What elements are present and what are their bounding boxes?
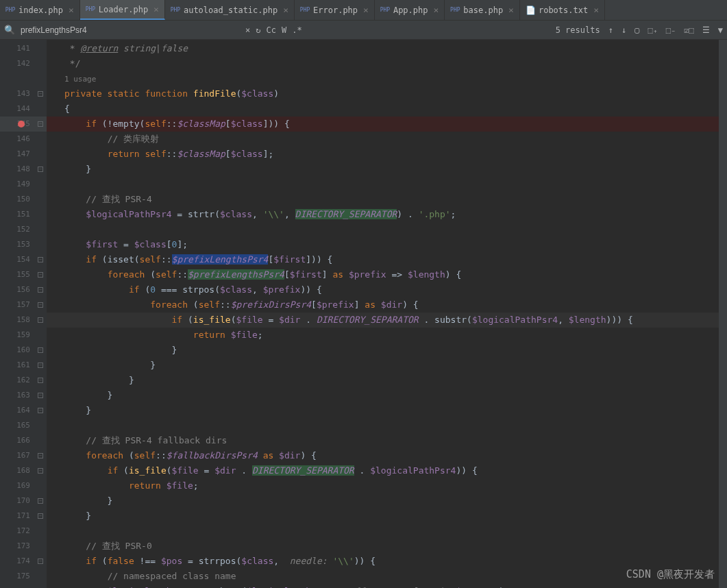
fold-icon[interactable]: − <box>38 347 43 353</box>
select-occurrences-icon[interactable]: ☑⬚ <box>684 25 693 35</box>
fold-icon[interactable]: − <box>38 513 43 519</box>
history-icon[interactable]: ↻ <box>256 25 260 35</box>
tab-autoload[interactable]: PHPautoload_static.php× <box>165 0 295 20</box>
fold-icon[interactable]: − <box>38 498 43 504</box>
results-count: 5 results <box>556 25 600 35</box>
close-icon[interactable]: × <box>153 4 159 14</box>
fold-icon[interactable]: − <box>38 363 43 368</box>
fold-icon[interactable]: − <box>38 302 43 308</box>
search-input[interactable] <box>21 25 240 35</box>
php-icon: PHP <box>380 5 390 15</box>
fold-icon[interactable]: − <box>38 317 43 323</box>
close-icon[interactable]: × <box>433 5 439 15</box>
fold-icon[interactable]: − <box>38 121 43 127</box>
tab-loader[interactable]: PHPLoader.php× <box>80 0 165 20</box>
next-match-icon[interactable]: ↓ <box>621 25 626 35</box>
php-icon: PHP <box>86 5 95 14</box>
editor: 141 142 143− 144 145− 146 147 148− 149 1… <box>0 40 727 588</box>
filter-icon[interactable]: ▼ <box>718 25 723 35</box>
settings-icon[interactable]: ☰ <box>702 25 710 35</box>
code-area[interactable]: * @return string|false */ 1 usage privat… <box>47 40 719 588</box>
tab-app[interactable]: PHPApp.php× <box>375 0 445 20</box>
tab-robots[interactable]: 📄robots.txt× <box>520 0 605 20</box>
fold-icon[interactable]: − <box>38 453 43 458</box>
remove-selection-icon[interactable]: ⬚₋ <box>666 25 676 35</box>
fold-icon[interactable]: − <box>38 257 43 262</box>
php-icon: PHP <box>450 5 460 15</box>
close-search-icon[interactable]: × <box>245 25 250 35</box>
close-icon[interactable]: × <box>69 5 74 15</box>
php-icon: PHP <box>300 5 310 15</box>
fold-icon[interactable]: − <box>38 408 43 413</box>
add-selection-icon[interactable]: ⬚₊ <box>648 25 657 35</box>
close-icon[interactable]: × <box>283 5 288 15</box>
tab-index[interactable]: PHPindex.php× <box>0 0 80 20</box>
search-bar: 🔍 × ↻ Cc W .* 5 results ↑ ↓ ▢ ⬚₊ ⬚₋ ☑⬚ ☰… <box>0 21 727 40</box>
tabs-bar: PHPindex.php× PHPLoader.php× PHPautoload… <box>0 0 727 21</box>
close-icon[interactable]: × <box>593 5 599 15</box>
php-icon: PHP <box>171 5 180 15</box>
fold-icon[interactable]: − <box>38 378 43 383</box>
fold-icon[interactable]: − <box>38 287 43 293</box>
select-all-icon[interactable]: ▢ <box>634 25 639 35</box>
fold-icon[interactable]: − <box>38 393 43 398</box>
tab-error[interactable]: PHPError.php× <box>295 0 375 20</box>
php-icon: PHP <box>5 5 15 15</box>
fold-icon[interactable]: − <box>38 468 43 474</box>
match-case-button[interactable]: Cc <box>266 25 275 35</box>
fold-icon[interactable]: − <box>38 91 43 97</box>
gutter[interactable]: 141 142 143− 144 145− 146 147 148− 149 1… <box>0 40 47 588</box>
fold-icon[interactable]: − <box>38 167 43 172</box>
fold-icon[interactable]: − <box>38 559 43 564</box>
tab-base[interactable]: PHPbase.php× <box>445 0 520 20</box>
search-icon: 🔍 <box>4 25 15 35</box>
close-icon[interactable]: × <box>363 5 369 15</box>
scrollbar[interactable] <box>719 40 727 588</box>
breakpoint-icon[interactable] <box>18 121 25 127</box>
words-button[interactable]: W <box>282 25 286 35</box>
txt-icon: 📄 <box>526 5 535 15</box>
close-icon[interactable]: × <box>508 5 514 15</box>
regex-button[interactable]: .* <box>292 25 301 35</box>
prev-match-icon[interactable]: ↑ <box>608 25 613 35</box>
fold-icon[interactable]: − <box>38 272 43 278</box>
